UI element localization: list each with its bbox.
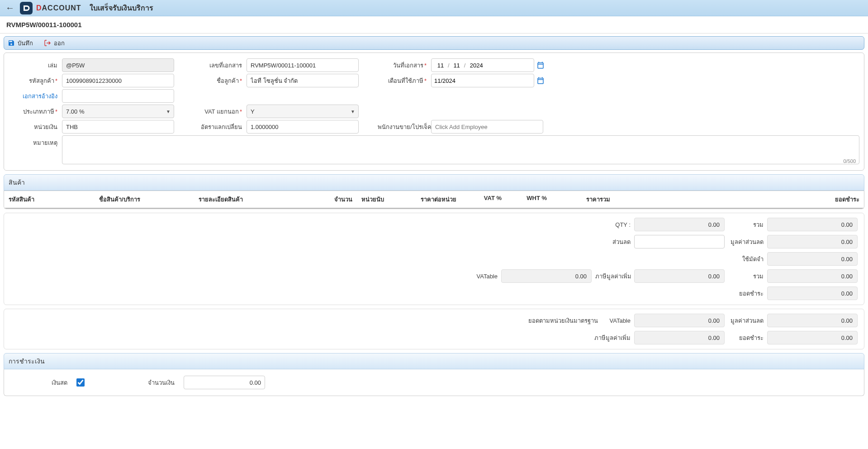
vatable2-label: VATable	[610, 317, 631, 324]
char-count: 0/500	[843, 158, 856, 164]
remark-label: หมายเหตุ	[9, 135, 62, 148]
book-input[interactable]	[62, 58, 174, 72]
currency-input[interactable]	[62, 120, 174, 134]
customer-name-input[interactable]	[247, 74, 359, 87]
customer-code-input[interactable]	[62, 74, 174, 87]
toolbar: บันทึก ออก	[4, 36, 864, 50]
qty-value: 0.00	[634, 218, 725, 231]
tax-month-label: เดือนที่ใช้ภาษี	[378, 76, 431, 86]
vat-separate-select[interactable]	[247, 105, 359, 118]
customer-name-label: ชื่อลูกค้า	[193, 76, 247, 86]
save-icon	[8, 39, 15, 47]
payment-body: เงินสด จำนวนเงิน	[4, 369, 864, 396]
remark-textarea[interactable]	[62, 135, 859, 164]
vat2-value: 0.00	[634, 331, 725, 344]
book-label: เล่ม	[9, 61, 62, 70]
exchange-rate-label: อัตราแลกเปลี่ยน	[193, 122, 247, 132]
col-wht-pct: WHT %	[506, 191, 551, 208]
doc-date-month[interactable]	[451, 62, 463, 69]
amount-input[interactable]	[184, 376, 265, 389]
balance2-label: ยอดชำระ	[728, 333, 764, 343]
col-code: รหัสสินค้า	[4, 191, 95, 208]
col-unit: หน่วยนับ	[357, 191, 398, 208]
tax-month-input[interactable]	[431, 74, 534, 87]
doc-date-input[interactable]: / /	[431, 58, 534, 72]
deposit-value: 0.00	[767, 252, 858, 266]
vatable-label: VATable	[477, 273, 498, 280]
currency-label: หน่วยเงิน	[9, 122, 62, 132]
summary-panel-1: QTY : 0.00 รวม 0.00 ส่วนลด มูลค่าส่วนลด …	[4, 213, 864, 305]
summary-panel-2: ยอดตามหน่วยเงินมาตรฐาน VATable 0.00 มูลค…	[4, 309, 864, 349]
main-form-panel: เล่ม เลขที่เอกสาร วันที่เอกสาร / / รหัสล…	[4, 53, 864, 171]
products-table-head: รหัสสินค้า ชื่อสินค้า/บริการ รายละเอียดส…	[4, 191, 864, 209]
balance-label: ยอดชำระ	[728, 289, 764, 298]
logo-badge	[20, 2, 33, 14]
doc-no-label: เลขที่เอกสาร	[193, 61, 247, 70]
back-arrow-icon[interactable]: ←	[5, 3, 14, 13]
products-section-header: สินค้า	[4, 174, 864, 191]
discount-amount2-value: 0.00	[767, 314, 858, 327]
std-currency-label: ยอดตามหน่วยเงินมาตรฐาน	[528, 316, 598, 325]
exchange-rate-input[interactable]	[247, 120, 359, 134]
sum-value: 0.00	[767, 218, 858, 231]
calendar-icon[interactable]	[536, 61, 545, 70]
employee-label: พนักงานขาย/โปรเจ็ค	[378, 122, 431, 132]
exit-icon	[44, 39, 51, 47]
tax-type-select[interactable]	[62, 105, 174, 118]
balance2-value: 0.00	[767, 331, 858, 344]
exit-button[interactable]: ออก	[44, 38, 65, 48]
col-qty: จำนวน	[321, 191, 357, 208]
tax-type-label: ประเภทภาษี	[9, 107, 62, 116]
col-unit-price: ราคาต่อหน่วย	[398, 191, 461, 208]
ref-doc-input[interactable]	[62, 89, 174, 103]
col-total: ราคารวม	[551, 191, 615, 208]
save-button[interactable]: บันทึก	[8, 38, 33, 48]
discount-amount-label: มูลค่าส่วนลด	[728, 237, 764, 247]
tax-month-value[interactable]	[434, 77, 461, 84]
col-detail: รายละเอียดสินค้า	[194, 191, 321, 208]
doc-date-year[interactable]	[466, 62, 486, 69]
save-label: บันทึก	[18, 38, 33, 48]
exit-label: ออก	[54, 38, 65, 48]
logo-text: DACCOUNT	[36, 4, 81, 12]
col-name: ชื่อสินค้า/บริการ	[95, 191, 194, 208]
employee-input[interactable]	[431, 120, 543, 134]
payment-section-header: การชำระเงิน	[4, 353, 864, 369]
col-balance: ยอดชำระ	[615, 191, 864, 208]
cash-checkbox[interactable]	[76, 378, 85, 387]
total-label: รวม	[728, 272, 764, 281]
sum-label: รวม	[728, 220, 764, 229]
doc-date-label: วันที่เอกสาร	[378, 61, 431, 70]
col-vat-pct: VAT %	[461, 191, 506, 208]
top-bar: ← DACCOUNT ใบเสร็จรับเงินบริการ	[0, 0, 868, 16]
products-table: รหัสสินค้า ชื่อสินค้า/บริการ รายละเอียดส…	[4, 191, 864, 209]
qty-label: QTY :	[615, 221, 631, 228]
vat-value: 0.00	[634, 269, 725, 283]
page-title: ใบเสร็จรับเงินบริการ	[90, 2, 153, 14]
vat-label: ภาษีมูลค่าเพิ่ม	[595, 272, 631, 281]
doc-no-input[interactable]	[247, 58, 359, 72]
document-number-header: RVMP5W/00011-100001	[0, 16, 868, 33]
vatable2-value: 0.00	[634, 314, 725, 327]
vat-separate-label: VAT แยกนอก	[193, 107, 247, 116]
vatable-value: 0.00	[501, 269, 592, 283]
discount-amount2-label: มูลค่าส่วนลด	[728, 316, 764, 325]
discount-amount-value: 0.00	[767, 235, 858, 248]
deposit-label: ใช้มัดจำ	[728, 254, 764, 264]
calendar-icon[interactable]	[536, 76, 545, 85]
discount-input[interactable]	[634, 235, 725, 248]
total-value: 0.00	[767, 269, 858, 283]
doc-date-day[interactable]	[434, 62, 447, 69]
cash-label: เงินสด	[9, 378, 72, 387]
amount-label: จำนวนเงิน	[148, 378, 179, 387]
ref-doc-label[interactable]: เอกสารอ้างอิง	[9, 91, 62, 101]
vat2-label: ภาษีมูลค่าเพิ่ม	[594, 333, 631, 343]
customer-code-label: รหัสลูกค้า	[9, 76, 62, 86]
discount-label: ส่วนลด	[612, 237, 631, 247]
balance-value: 0.00	[767, 287, 858, 300]
